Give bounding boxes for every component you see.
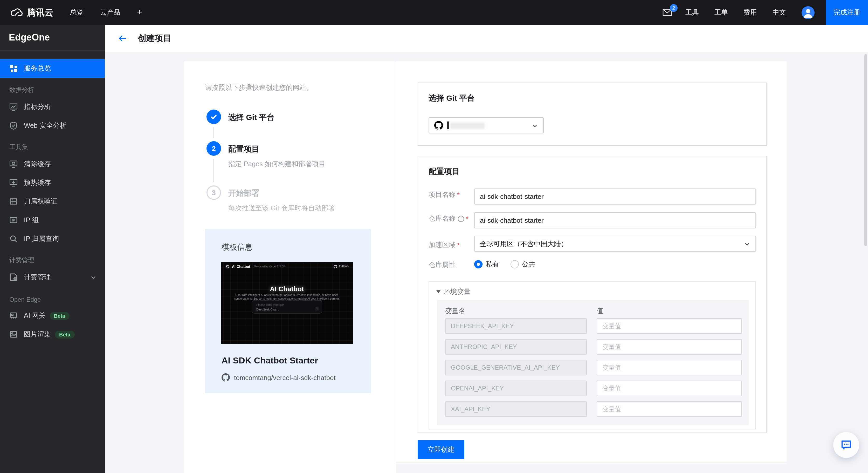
radio-public[interactable]: 公共	[510, 260, 535, 269]
create-now-button[interactable]: 立即创建	[417, 440, 464, 459]
back-arrow-icon[interactable]	[117, 33, 128, 43]
repo-name-input[interactable]	[474, 212, 756, 229]
sidebar-item-ownership-verification[interactable]: 归属权验证	[0, 192, 105, 211]
check-icon	[210, 113, 217, 120]
preview-send-button: ↑	[315, 307, 319, 311]
sidebar-item-label: IP 组	[24, 215, 39, 225]
nav-add-button[interactable]: +	[137, 7, 142, 18]
product-title: EdgeOne	[0, 25, 105, 51]
env-value-input[interactable]	[597, 318, 742, 334]
sidebar-item-ip-lookup[interactable]: IP 归属查询	[0, 230, 105, 248]
sidebar-item-prewarm-cache[interactable]: 预热缓存	[0, 173, 105, 192]
complete-registration-button[interactable]: 完成注册	[826, 0, 868, 25]
radio-public-label: 公共	[522, 260, 535, 269]
sidebar-item-ip-group[interactable]: IP IP 组	[0, 211, 105, 230]
search-icon	[9, 235, 18, 243]
github-icon	[434, 121, 443, 130]
env-name-input	[445, 381, 587, 396]
template-info-card: 模板信息 AI Chatbot Powered by Vercel AI SDK…	[205, 229, 371, 393]
git-platform-card: 选择 Git 平台	[417, 83, 767, 146]
step3-circle: 3	[207, 185, 221, 200]
git-platform-select[interactable]	[429, 117, 544, 134]
sidebar-item-ai-gateway[interactable]: AI 网关 Beta	[0, 306, 105, 325]
sidebar-item-image-rendering[interactable]: 图片渲染 Beta	[0, 325, 105, 344]
env-name-input	[445, 339, 587, 355]
radio-selected-icon	[474, 260, 483, 268]
preview-powered-text: Powered by Vercel AI SDK	[254, 265, 285, 268]
env-value-input[interactable]	[597, 360, 742, 375]
vertical-scrollbar[interactable]	[864, 54, 867, 246]
radio-private[interactable]: 私有	[474, 260, 499, 269]
git-account-redacted	[447, 121, 449, 129]
preview-input-placeholder: Please enter your que	[256, 303, 284, 306]
sidebar-section-billing: 计费管理	[0, 252, 105, 268]
env-value-input[interactable]	[597, 401, 742, 417]
image-icon	[9, 330, 18, 338]
sidebar-item-label: 预热缓存	[24, 178, 51, 187]
info-icon[interactable]	[458, 215, 464, 222]
metrics-icon	[9, 103, 18, 111]
preview-brand: AI Chatbot Powered by Vercel AI SDK	[225, 264, 285, 269]
project-name-input[interactable]	[474, 188, 756, 205]
form-panel: 选择 Git 平台 配置项目 项目名称* 仓库名称	[396, 61, 786, 463]
step3-desc: 每次推送至该 Git 仓库时将自动部署	[228, 204, 335, 213]
env-value-input[interactable]	[597, 339, 742, 355]
project-name-label: 项目名称*	[429, 190, 460, 199]
tencent-cloud-logo[interactable]: 腾讯云	[10, 6, 54, 19]
preview-github-label: GitHub	[339, 265, 349, 268]
chevron-down-icon	[90, 274, 96, 280]
sidebar-item-label: 指标分析	[24, 102, 51, 112]
template-name: AI SDK Chatbot Starter	[221, 356, 318, 366]
nav-products[interactable]: 云产品	[100, 8, 120, 17]
env-value-input[interactable]	[597, 381, 742, 396]
env-variables-toggle[interactable]: 环境变量	[436, 287, 471, 296]
git-account-redacted-blur	[451, 122, 485, 128]
chat-bubble-icon	[840, 439, 852, 451]
form-panel-footer-gap	[396, 464, 786, 473]
required-asterisk: *	[457, 241, 460, 249]
purge-cache-icon	[9, 160, 18, 168]
nav-overview[interactable]: 总览	[70, 8, 84, 17]
preview-description: Chat with intelligent AI assistant to ge…	[221, 293, 353, 301]
steps-intro-text: 请按照以下步骤快速创建您的网站。	[205, 83, 313, 92]
steps-panel: 请按照以下步骤快速创建您的网站。 选择 Git 平台 2 配置项目 指定 Pag…	[184, 61, 395, 473]
region-select[interactable]: 全球可用区（不含中国大陆）	[474, 236, 756, 252]
step1-circle	[207, 110, 221, 124]
chevron-down-icon	[532, 122, 538, 128]
sidebar-item-service-overview[interactable]: 服务总览	[0, 59, 105, 78]
avatar[interactable]	[802, 6, 814, 19]
menu-language[interactable]: 中文	[773, 8, 786, 17]
sidebar-item-web-security[interactable]: Web 安全分析	[0, 116, 105, 135]
sidebar-section-open-edge: Open Edge	[0, 291, 105, 306]
sidebar-item-metrics-analysis[interactable]: 指标分析	[0, 98, 105, 116]
sidebar-item-label: 清除缓存	[24, 159, 51, 169]
step2-desc: 指定 Pages 如何构建和部署项目	[228, 159, 325, 169]
sidebar-menu: 服务总览 数据分析 指标分析 Web 安全分析 工具集	[0, 51, 105, 344]
sidebar-item-purge-cache[interactable]: 清除缓存	[0, 155, 105, 173]
step2-circle: 2	[207, 141, 221, 156]
chevron-down-icon	[744, 241, 750, 247]
step3-label: 开始部署	[228, 188, 259, 198]
env-name-input	[445, 360, 587, 375]
page-title: 创建项目	[138, 33, 171, 44]
ai-gateway-icon	[9, 312, 18, 320]
billing-doc-icon	[9, 273, 18, 282]
menu-tools[interactable]: 工具	[685, 8, 699, 17]
github-icon	[221, 373, 230, 382]
grid-icon	[9, 64, 18, 73]
sidebar-item-label: IP 归属查询	[24, 234, 59, 243]
step3-number: 3	[212, 188, 216, 197]
menu-billing[interactable]: 费用	[743, 8, 757, 17]
github-icon	[225, 264, 230, 269]
beta-badge: Beta	[55, 330, 74, 338]
beta-badge: Beta	[50, 312, 69, 320]
app-root: 腾讯云 总览 云产品 + 2 工具 工单 费用 中文	[0, 0, 868, 473]
topbar: 腾讯云 总览 云产品 + 2 工具 工单 费用 中文	[0, 0, 868, 25]
step2-number: 2	[212, 144, 216, 153]
support-chat-button[interactable]	[833, 432, 859, 458]
topbar-right: 2 工具 工单 费用 中文 完成注册	[662, 0, 868, 25]
sidebar-item-billing-management[interactable]: 计费管理	[0, 268, 105, 287]
preview-brand-text: AI Chatbot	[232, 265, 250, 268]
menu-tickets[interactable]: 工单	[714, 8, 728, 17]
messages-button[interactable]: 2	[662, 9, 672, 16]
